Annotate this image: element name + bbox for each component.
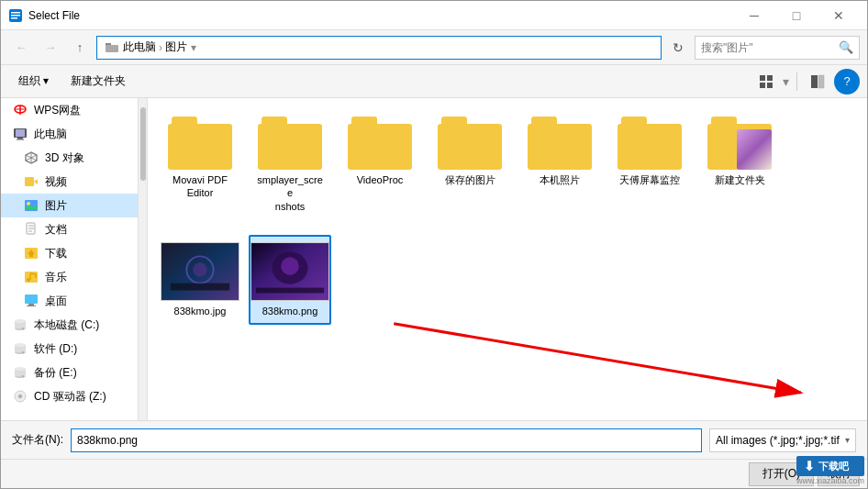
folder-movavi[interactable]: Movavi PDFEditor	[159, 109, 241, 220]
sidebar-scrollbar	[138, 98, 147, 420]
folder-smplayer-icon	[258, 117, 322, 170]
music-icon	[23, 269, 39, 285]
svg-line-66	[394, 324, 801, 393]
folder-newfolder[interactable]: 新建文件夹	[698, 109, 781, 220]
new-folder-button[interactable]: 新建文件夹	[61, 69, 136, 94]
sidebar-item-3d[interactable]: 3D 对象	[1, 146, 138, 170]
search-input[interactable]	[701, 41, 839, 54]
folder-phonephotos-label: 本机照片	[540, 173, 580, 186]
filetype-dropdown-arrow: ▾	[845, 435, 850, 445]
cancel-button[interactable]: 取消	[818, 462, 860, 486]
sidebar-item-docs[interactable]: 文档	[1, 217, 138, 241]
folder-tianfu-icon	[618, 117, 682, 170]
folder-newfolder-icon	[707, 117, 772, 170]
folder-movavi-icon	[168, 117, 232, 170]
svg-rect-9	[767, 83, 773, 88]
sidebar-item-videos[interactable]: 视频	[1, 170, 138, 194]
folder-savedpics[interactable]: 保存的图片	[428, 109, 511, 220]
window-title: Select File	[28, 9, 733, 22]
details-pane-button[interactable]	[805, 69, 830, 94]
filetype-value: All images (*.jpg;*.jpg;*.tif	[716, 434, 840, 447]
view-toggle-button[interactable]	[753, 69, 779, 94]
toolbar: 组织 ▾ 新建文件夹 ▾ ?	[1, 65, 867, 98]
sidebar-item-desktop[interactable]: 桌面	[1, 289, 138, 313]
view-dropdown[interactable]: ▾	[783, 74, 789, 89]
folder-phonephotos-icon	[528, 117, 592, 170]
maximize-button[interactable]: □	[775, 1, 818, 30]
folder-movavi-label: Movavi PDFEditor	[172, 173, 228, 200]
sidebar-label-3d: 3D 对象	[45, 150, 84, 166]
search-icon[interactable]: 🔍	[839, 40, 853, 54]
folder-tianfu[interactable]: 天傅屏幕监控	[608, 109, 691, 220]
svg-line-37	[30, 273, 36, 274]
organize-button[interactable]: 组织 ▾	[8, 69, 59, 94]
pictures-icon	[23, 197, 39, 214]
file-838kmo-jpg[interactable]: 838kmo.jpg	[159, 235, 241, 325]
path-separator-1: ›	[159, 41, 162, 54]
svg-rect-10	[811, 75, 818, 88]
sidebar-item-backupe[interactable]: 备份 (E:)	[1, 361, 138, 384]
3d-icon	[23, 150, 39, 166]
toolbar-right: ▾ ?	[753, 69, 860, 94]
sidebar-label-cdz: CD 驱动器 (Z:)	[34, 389, 106, 405]
close-button[interactable]: ✕	[818, 1, 860, 30]
folder-tianfu-label: 天傅屏幕监控	[619, 173, 680, 186]
sidebar-container: WPS网盘 此电脑	[1, 98, 148, 420]
toolbar-divider	[796, 72, 797, 91]
sidebar-scroll-thumb[interactable]	[140, 107, 146, 181]
file-label-838kmo-jpg: 838kmo.jpg	[174, 305, 227, 317]
sidebar-item-downloads[interactable]: 下载	[1, 241, 138, 265]
sidebar-item-music[interactable]: 音乐	[1, 265, 138, 289]
sidebar: WPS网盘 此电脑	[1, 98, 138, 420]
folder-videoproc-label: VideoProc	[357, 173, 404, 186]
filename-input[interactable]	[71, 428, 702, 452]
address-path[interactable]: 此电脑 › 图片 ▾	[96, 36, 662, 60]
sidebar-item-localc[interactable]: 本地磁盘 (C:)	[1, 313, 138, 337]
minimize-button[interactable]: ─	[733, 1, 775, 30]
sidebar-label-desktop: 桌面	[45, 294, 67, 309]
svg-rect-23	[25, 177, 34, 186]
svg-rect-2	[11, 15, 20, 17]
svg-point-48	[15, 343, 26, 347]
back-button[interactable]: ←	[8, 35, 34, 61]
sidebar-label-pictures: 图片	[45, 198, 67, 214]
folder-smplayer-label: smplayer_screenshots	[256, 173, 324, 213]
svg-rect-1	[11, 12, 20, 14]
forward-button[interactable]: →	[38, 35, 63, 61]
svg-point-59	[193, 262, 207, 277]
folder-videoproc[interactable]: VideoProc	[339, 109, 421, 220]
wps-icon	[12, 102, 28, 118]
sidebar-label-softd: 软件 (D:)	[34, 341, 77, 357]
cd-icon	[12, 388, 28, 405]
open-button[interactable]: 打开(O)	[749, 462, 814, 486]
svg-marker-24	[34, 179, 38, 184]
filetype-dropdown[interactable]: All images (*.jpg;*.jpg;*.tif ▾	[709, 428, 856, 452]
file-838kmo-png[interactable]: 838kmo.png	[249, 235, 331, 325]
desktop-icon	[23, 293, 39, 309]
svg-rect-40	[28, 304, 34, 306]
sidebar-item-cdz[interactable]: CD 驱动器 (Z:)	[1, 384, 138, 408]
window: Select File ─ □ ✕ ← → ↑ 此电脑 › 图片 ▾ ↻ 🔍 组…	[0, 0, 868, 489]
svg-rect-16	[16, 129, 25, 137]
folder-videoproc-icon	[348, 117, 412, 170]
sidebar-item-softd[interactable]: 软件 (D:)	[1, 337, 138, 361]
svg-rect-39	[25, 295, 38, 304]
folder-savedpics-label: 保存的图片	[445, 173, 495, 186]
help-button[interactable]: ?	[834, 69, 860, 94]
sidebar-item-wps[interactable]: WPS网盘	[1, 98, 138, 122]
up-button[interactable]: ↑	[67, 35, 93, 61]
sidebar-label-downloads: 下载	[45, 246, 67, 261]
video-icon	[23, 173, 39, 190]
titlebar: Select File ─ □ ✕	[1, 1, 867, 30]
search-box: 🔍	[695, 36, 860, 60]
folder-phonephotos[interactable]: 本机照片	[518, 109, 601, 220]
addressbar: ← → ↑ 此电脑 › 图片 ▾ ↻ 🔍	[1, 30, 867, 65]
folder-smplayer[interactable]: smplayer_screenshots	[249, 109, 331, 220]
thumbnail-838kmo-jpg	[161, 242, 239, 301]
svg-rect-41	[27, 306, 36, 306]
bottombar: 文件名(N): All images (*.jpg;*.jpg;*.tif ▾	[1, 420, 867, 459]
sidebar-item-pictures[interactable]: 图片	[1, 194, 138, 217]
sidebar-item-thispc[interactable]: 此电脑	[1, 122, 138, 146]
refresh-button[interactable]: ↻	[665, 35, 691, 61]
sidebar-label-backupe: 备份 (E:)	[34, 365, 77, 381]
